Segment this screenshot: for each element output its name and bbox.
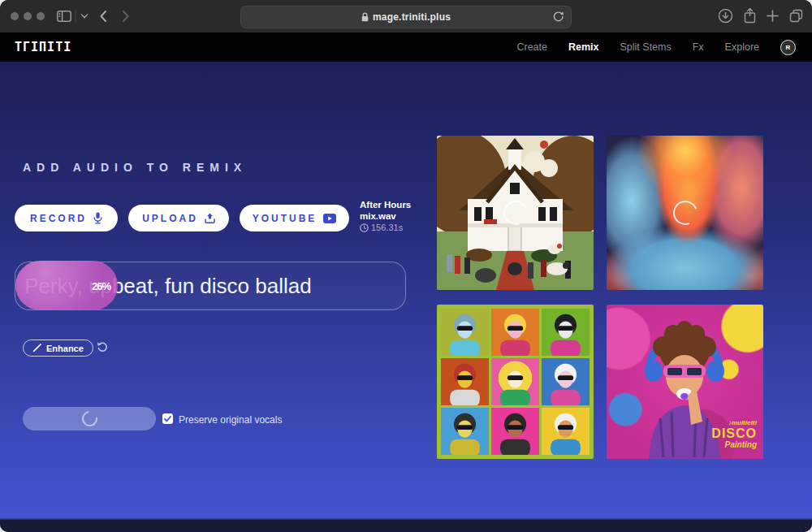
tab-overview-icon[interactable] xyxy=(788,8,804,24)
nav-item-create[interactable]: Create xyxy=(516,41,547,53)
nav-item-split-stems[interactable]: Split Stems xyxy=(620,41,672,53)
spinner-icon xyxy=(499,197,532,229)
sidebar-icon[interactable] xyxy=(57,11,71,22)
popart-cell xyxy=(542,309,590,356)
tile-loading-overlay xyxy=(607,136,763,290)
upload-button[interactable]: UPLOAD xyxy=(128,205,229,231)
url-text: mage.triniti.plus xyxy=(373,11,451,23)
toolbar-divider xyxy=(75,10,76,23)
popart-cell xyxy=(441,309,489,356)
artwork-tile-farmhouse[interactable] xyxy=(437,136,594,290)
back-button[interactable] xyxy=(99,10,107,23)
downloads-icon[interactable] xyxy=(718,8,733,24)
triniti-logo[interactable]: TΓIΠITI xyxy=(15,40,71,54)
upload-button-label: UPLOAD xyxy=(142,213,198,224)
popart-cell xyxy=(491,309,539,356)
page-title: ADD AUDIO TO REMIX xyxy=(23,161,247,174)
browser-toolbar: mage.triniti.plus xyxy=(0,0,812,33)
progress-percent: 26% xyxy=(92,279,110,292)
close-window-button[interactable] xyxy=(11,12,19,20)
popart-cell xyxy=(441,408,489,455)
forward-button[interactable] xyxy=(122,10,130,23)
popart-cell xyxy=(491,358,539,405)
artwork-tile-pop-art[interactable] xyxy=(437,305,594,459)
tile-loading-overlay xyxy=(437,136,594,290)
nav-items: Create Remix Split Stems Fx Explore R xyxy=(516,40,796,55)
new-tab-icon[interactable] xyxy=(767,10,779,22)
spinner-icon xyxy=(669,197,702,229)
nav-item-fx[interactable]: Fx xyxy=(693,41,704,53)
nav-item-explore[interactable]: Explore xyxy=(725,41,759,53)
enhance-button-label: Enhance xyxy=(46,344,84,353)
youtube-button[interactable]: YOUTUBE xyxy=(240,205,349,231)
remix-submit-button[interactable] xyxy=(23,407,156,430)
popart-cell xyxy=(491,408,539,455)
audio-file-title: After Hours xyxy=(360,200,411,211)
popart-cell xyxy=(441,358,489,405)
magic-wand-icon xyxy=(32,344,41,353)
preserve-vocals-checkbox[interactable] xyxy=(162,413,173,424)
prompt-input[interactable]: Perky, upbeat, fun disco ballad 26% xyxy=(15,262,406,310)
record-button[interactable]: RECORD xyxy=(15,205,118,231)
clock-icon xyxy=(360,223,369,232)
undo-icon[interactable] xyxy=(97,341,108,353)
popart-grid xyxy=(441,309,590,455)
enhance-button[interactable]: Enhance xyxy=(23,340,93,357)
preserve-vocals-label: Preserve original vocals xyxy=(179,414,282,426)
disco-caption: ♪multietti DISCO Painting xyxy=(711,420,757,449)
artwork-tile-fire-swirl[interactable] xyxy=(607,136,763,290)
reload-icon[interactable] xyxy=(552,11,564,23)
disco-caption-line3: Painting xyxy=(711,441,757,450)
loading-spinner xyxy=(79,408,100,429)
site-navbar: TΓIΠITI Create Remix Split Stems Fx Expl… xyxy=(0,32,812,62)
upload-icon xyxy=(205,213,215,223)
user-avatar[interactable]: R xyxy=(780,40,796,55)
disco-caption-line2: DISCO xyxy=(711,427,757,441)
youtube-icon xyxy=(323,214,336,223)
popart-cell xyxy=(542,408,590,455)
share-icon[interactable] xyxy=(743,7,757,24)
generation-progress-blob: 26% xyxy=(15,261,118,310)
audio-file-info: After Hours mix.wav 156.31s xyxy=(360,200,411,234)
audio-file-name: mix.wav xyxy=(360,211,411,223)
zoom-window-button[interactable] xyxy=(37,12,45,20)
nav-item-remix[interactable]: Remix xyxy=(568,41,599,53)
audio-duration: 156.31s xyxy=(371,223,403,234)
remix-page: ADD AUDIO TO REMIX RECORD UPLOAD YOUTUBE… xyxy=(0,62,812,532)
lock-icon xyxy=(361,12,369,22)
popart-cell xyxy=(542,358,590,405)
address-bar[interactable]: mage.triniti.plus xyxy=(240,6,572,28)
chevron-down-icon[interactable] xyxy=(80,14,89,19)
record-button-label: RECORD xyxy=(30,213,87,224)
microphone-icon xyxy=(93,212,102,224)
minimize-window-button[interactable] xyxy=(24,12,32,20)
artwork-tile-disco[interactable]: ♪multietti DISCO Painting xyxy=(607,305,763,459)
youtube-button-label: YOUTUBE xyxy=(253,213,317,224)
browser-window: mage.triniti.plus TΓIΠITI Create Remix S… xyxy=(0,0,812,532)
